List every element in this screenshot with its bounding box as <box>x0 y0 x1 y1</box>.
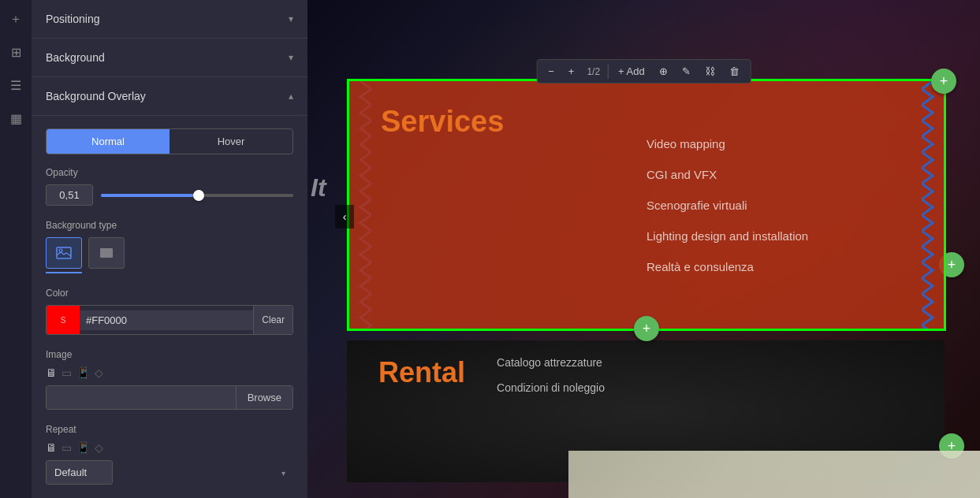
overlay-content: Normal Hover Opacity Background type <box>32 116 307 498</box>
repeat-desktop-icon[interactable]: 🖥 <box>46 441 57 454</box>
canvas-area: It − + 1/2 + Add ⊕ ✎ ⛓ 🗑 Services Video <box>307 0 980 498</box>
service-item-3: Scenografie virtuali <box>647 199 912 212</box>
image-input-row: Browse <box>46 385 293 410</box>
opacity-row <box>46 184 293 206</box>
hover-tab[interactable]: Hover <box>170 129 293 154</box>
background-section: Background ▾ <box>32 39 307 77</box>
opacity-slider-thumb[interactable] <box>193 190 204 201</box>
toolbar-plus-button[interactable]: + <box>564 63 579 80</box>
color-section: Color S Clear <box>46 288 293 335</box>
rental-right: Catalogo attrezzature Condizioni di nole… <box>497 356 913 394</box>
add-button-top-right[interactable]: + <box>931 69 956 94</box>
rental-item-1: Catalogo attrezzature <box>497 356 913 369</box>
repeat-device-icons: 🖥 ▭ 📱 ◇ <box>46 441 293 454</box>
services-content: Services Video mapping CGI and VFX Sceno… <box>349 81 944 329</box>
bg-type-section: Background type <box>46 220 293 273</box>
positioning-section: Positioning ▾ <box>32 0 307 39</box>
repeat-select[interactable]: Default No Repeat Repeat Repeat X Repeat… <box>46 460 113 485</box>
zigzag-right-decoration <box>922 81 944 329</box>
services-title: Services <box>381 105 647 139</box>
toolbar-move-button[interactable]: ⊕ <box>654 63 673 80</box>
repeat-select-arrow-icon: ▾ <box>281 468 285 477</box>
normal-tab[interactable]: Normal <box>47 129 170 154</box>
solid-type-underline <box>88 272 125 273</box>
left-panel: ＋ ⊞ ☰ ▦ Positioning ▾ Background ▾ Backg… <box>0 0 307 498</box>
opacity-label: Opacity <box>46 167 293 178</box>
repeat-tablet-icon[interactable]: ▭ <box>61 441 72 454</box>
overlay-section: Background Overlay ▴ Normal Hover Opacit… <box>32 77 307 498</box>
panel-content: Positioning ▾ Background ▾ Background Ov… <box>32 0 307 498</box>
svg-rect-2 <box>100 248 113 258</box>
service-item-5: Realtà e consulenza <box>647 260 912 273</box>
color-input[interactable] <box>80 310 253 330</box>
layers-icon[interactable]: ☰ <box>6 76 25 95</box>
services-title-text: Services <box>381 105 504 138</box>
color-swatch[interactable]: S <box>47 306 80 334</box>
service-item-2: CGI and VFX <box>647 168 912 181</box>
background-header[interactable]: Background ▾ <box>32 39 307 76</box>
service-item-4: Lighting design and installation <box>647 229 912 243</box>
background-title: Background <box>46 51 105 64</box>
services-right: Video mapping CGI and VFX Scenografie vi… <box>647 105 912 305</box>
color-swatch-inner: S <box>54 310 73 329</box>
toolbar-add-button[interactable]: + Add <box>613 63 650 80</box>
rental-title: Rental <box>378 356 465 394</box>
color-row: S Clear <box>46 305 293 335</box>
toolbar-link-button[interactable]: ⛓ <box>700 63 720 80</box>
repeat-mobile-icon[interactable]: 📱 <box>76 441 90 454</box>
toolbar-separator-1 <box>608 65 609 79</box>
overlay-header[interactable]: Background Overlay ▴ <box>32 77 307 116</box>
nav-arrow-left[interactable]: ‹ <box>335 205 354 229</box>
repeat-select-wrapper: Default No Repeat Repeat Repeat X Repeat… <box>46 460 293 485</box>
bg-type-image-btn[interactable] <box>46 237 82 269</box>
opacity-input[interactable] <box>46 184 93 206</box>
image-url-input[interactable] <box>47 386 236 409</box>
services-left: Services <box>381 105 647 305</box>
dashboard-icon[interactable]: ▦ <box>6 109 25 128</box>
add-button-bottom-center[interactable]: + <box>634 316 659 341</box>
canvas-toolbar: − + 1/2 + Add ⊕ ✎ ⛓ 🗑 <box>536 59 751 84</box>
image-device-icons: 🖥 ▭ 📱 ◇ <box>46 366 293 379</box>
toolbar-edit-button[interactable]: ✎ <box>677 63 695 80</box>
sidebar-icons: ＋ ⊞ ☰ ▦ <box>0 0 32 498</box>
opacity-slider-fill <box>101 194 199 197</box>
add-icon[interactable]: ＋ <box>6 9 25 28</box>
map-block <box>568 451 980 498</box>
it-text: It <box>307 173 326 203</box>
desktop-icon[interactable]: 🖥 <box>46 366 57 379</box>
rental-title-text: Rental <box>378 356 465 388</box>
mobile-icon[interactable]: 📱 <box>76 366 90 379</box>
image-section: Image 🖥 ▭ 📱 ◇ Browse <box>46 349 293 410</box>
normal-hover-toggle: Normal Hover <box>46 128 293 154</box>
positioning-header[interactable]: Positioning ▾ <box>32 0 307 38</box>
selected-block: Services Video mapping CGI and VFX Sceno… <box>347 79 946 331</box>
rental-item-2: Condizioni di noleggio <box>497 381 913 394</box>
service-item-1: Video mapping <box>647 137 912 151</box>
color-label: Color <box>46 288 293 299</box>
grid-icon[interactable]: ⊞ <box>6 43 25 61</box>
repeat-extra-icon[interactable]: ◇ <box>95 441 103 454</box>
tablet-icon[interactable]: ▭ <box>61 366 72 379</box>
browse-button[interactable]: Browse <box>236 386 293 409</box>
positioning-title: Positioning <box>46 13 100 25</box>
toolbar-delete-button[interactable]: 🗑 <box>725 63 744 80</box>
color-clear-button[interactable]: Clear <box>253 306 293 334</box>
overlay-title: Background Overlay <box>46 90 146 102</box>
repeat-label: Repeat <box>46 424 293 435</box>
positioning-arrow: ▾ <box>289 13 293 24</box>
rental-content: Rental Catalogo attrezzature Condizioni … <box>347 340 945 410</box>
toolbar-counter: 1/2 <box>583 66 603 77</box>
toolbar-minus-button[interactable]: − <box>543 63 559 80</box>
extra-icon[interactable]: ◇ <box>95 366 103 379</box>
image-label: Image <box>46 349 293 360</box>
background-arrow: ▾ <box>289 52 293 63</box>
repeat-section: Repeat 🖥 ▭ 📱 ◇ Default No Repeat Repeat … <box>46 424 293 485</box>
image-type-underline <box>46 272 82 273</box>
opacity-slider-track[interactable] <box>101 194 293 197</box>
bg-type-label: Background type <box>46 220 293 231</box>
overlay-collapse-icon: ▴ <box>289 91 293 102</box>
svg-rect-0 <box>57 247 71 258</box>
bg-type-solid-btn[interactable] <box>88 237 125 269</box>
